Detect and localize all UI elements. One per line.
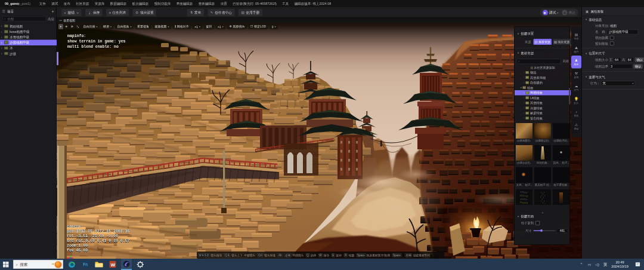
- svg-text:W: W: [110, 262, 115, 268]
- svg-text:Fn: Fn: [83, 262, 88, 266]
